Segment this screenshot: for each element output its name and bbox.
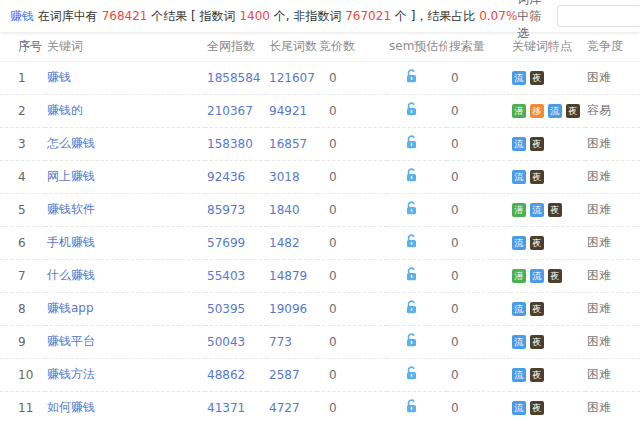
search-volume-value: 0 <box>447 94 510 127</box>
keyword-link[interactable]: 赚钱 <box>47 70 71 84</box>
search-volume-value: 0 <box>447 325 510 358</box>
lock-icon[interactable] <box>405 399 418 413</box>
keyword-link[interactable]: 手机赚钱 <box>47 235 95 249</box>
keyword-table: 序号关键词全网指数长尾词数竞价数sem预估价格搜索量关键词特点竞争度 1 赚钱 … <box>0 32 640 424</box>
flow-word-badge: 流 <box>530 269 544 283</box>
lock-icon[interactable] <box>405 168 418 182</box>
search-volume-value: 0 <box>447 358 510 391</box>
all-index-value: 210367 <box>205 94 267 127</box>
keyword-cell: 如何赚钱 <box>45 391 205 424</box>
keyword-link[interactable]: 赚钱软件 <box>47 202 95 216</box>
search-volume-value: 0 <box>447 226 510 259</box>
keyword-cell: 赚钱平台 <box>45 325 205 358</box>
night-word-badge: 夜 <box>530 236 544 250</box>
lock-icon[interactable] <box>405 69 418 83</box>
sem-price-cell <box>387 160 447 193</box>
flow-word-badge: 流 <box>548 104 562 118</box>
keyword-link[interactable]: 网上赚钱 <box>47 169 95 183</box>
search-volume-value: 0 <box>447 391 510 424</box>
filter-area: 词库中筛选 查询 <box>517 0 640 42</box>
lock-icon[interactable] <box>405 300 418 314</box>
row-index: 3 <box>0 127 45 160</box>
longtail-count-value: 14879 <box>267 259 317 292</box>
keyword-link[interactable]: 怎么赚钱 <box>47 136 95 150</box>
longtail-count-value: 1482 <box>267 226 317 259</box>
keyword-link[interactable]: 赚钱的 <box>47 103 83 117</box>
longtail-count-value: 94921 <box>267 94 317 127</box>
search-volume-value: 0 <box>447 193 510 226</box>
lock-icon[interactable] <box>405 135 418 149</box>
flow-word-badge: 流 <box>512 335 526 349</box>
difficulty-value: 困难 <box>585 292 640 325</box>
flow-word-badge: 流 <box>512 71 526 85</box>
table-row: 5 赚钱软件 85973 1840 0 0 潜流夜 困难 <box>0 193 640 226</box>
longtail-count-value: 1840 <box>267 193 317 226</box>
difficulty-value: 困难 <box>585 127 640 160</box>
feature-badges-cell: 流夜 <box>510 391 585 424</box>
sem-price-cell <box>387 127 447 160</box>
potential-word-badge: 潜 <box>512 104 526 118</box>
sem-price-cell <box>387 391 447 424</box>
keyword-cell: 手机赚钱 <box>45 226 205 259</box>
longtail-count-value: 16857 <box>267 127 317 160</box>
table-row: 6 手机赚钱 57699 1482 0 0 流夜 困难 <box>0 226 640 259</box>
feature-badges-cell: 流夜 <box>510 226 585 259</box>
lock-icon[interactable] <box>405 267 418 281</box>
column-header-2: 全网指数 <box>205 32 267 61</box>
keyword-cell: 什么赚钱 <box>45 259 205 292</box>
bid-count-value: 0 <box>317 94 387 127</box>
lock-icon[interactable] <box>405 333 418 347</box>
bid-count-value: 0 <box>317 193 387 226</box>
longtail-count-value: 773 <box>267 325 317 358</box>
search-volume-value: 0 <box>447 127 510 160</box>
lock-icon[interactable] <box>405 102 418 116</box>
all-index-value: 41371 <box>205 391 267 424</box>
summary-text: 1400 <box>239 9 270 23</box>
keyword-cell: 赚钱 <box>45 61 205 94</box>
keyword-cell: 赚钱软件 <box>45 193 205 226</box>
all-index-value: 57699 <box>205 226 267 259</box>
row-index: 4 <box>0 160 45 193</box>
lock-icon[interactable] <box>405 234 418 248</box>
table-row: 10 赚钱方法 48862 2587 0 0 流夜 困难 <box>0 358 640 391</box>
topbar: 赚钱 在词库中有 768421 个结果 [ 指数词 1400 个, 非指数词 7… <box>0 0 640 32</box>
row-index: 6 <box>0 226 45 259</box>
difficulty-value: 困难 <box>585 226 640 259</box>
sem-price-cell <box>387 259 447 292</box>
mobile-word-badge: 移 <box>530 104 544 118</box>
row-index: 5 <box>0 193 45 226</box>
flow-word-badge: 流 <box>512 401 526 415</box>
table-row: 7 什么赚钱 55403 14879 0 0 潜流夜 困难 <box>0 259 640 292</box>
longtail-count-value: 2587 <box>267 358 317 391</box>
bid-count-value: 0 <box>317 325 387 358</box>
lock-icon[interactable] <box>405 366 418 380</box>
searched-keyword-link[interactable]: 赚钱 <box>10 9 34 23</box>
table-row: 2 赚钱的 210367 94921 0 0 潜移流夜 容易 <box>0 94 640 127</box>
table-row: 4 网上赚钱 92436 3018 0 0 流夜 困难 <box>0 160 640 193</box>
feature-badges-cell: 潜移流夜 <box>510 94 585 127</box>
all-index-value: 50043 <box>205 325 267 358</box>
night-word-badge: 夜 <box>566 104 580 118</box>
keyword-link[interactable]: 赚钱app <box>47 301 94 315</box>
night-word-badge: 夜 <box>548 269 562 283</box>
feature-badges-cell: 流夜 <box>510 292 585 325</box>
all-index-value: 158380 <box>205 127 267 160</box>
night-word-badge: 夜 <box>548 203 562 217</box>
keyword-link[interactable]: 什么赚钱 <box>47 268 95 282</box>
all-index-value: 50395 <box>205 292 267 325</box>
bid-count-value: 0 <box>317 292 387 325</box>
filter-input[interactable] <box>557 5 640 27</box>
potential-word-badge: 潜 <box>512 203 526 217</box>
row-index: 1 <box>0 61 45 94</box>
night-word-badge: 夜 <box>530 71 544 85</box>
difficulty-value: 困难 <box>585 358 640 391</box>
filter-label: 词库中筛选 <box>517 0 549 42</box>
result-summary: 赚钱 在词库中有 768421 个结果 [ 指数词 1400 个, 非指数词 7… <box>10 8 517 25</box>
lock-icon[interactable] <box>405 201 418 215</box>
keyword-link[interactable]: 赚钱平台 <box>47 334 95 348</box>
search-volume-value: 0 <box>447 259 510 292</box>
row-index: 2 <box>0 94 45 127</box>
keyword-link[interactable]: 赚钱方法 <box>47 367 95 381</box>
keyword-link[interactable]: 如何赚钱 <box>47 400 95 414</box>
bid-count-value: 0 <box>317 358 387 391</box>
